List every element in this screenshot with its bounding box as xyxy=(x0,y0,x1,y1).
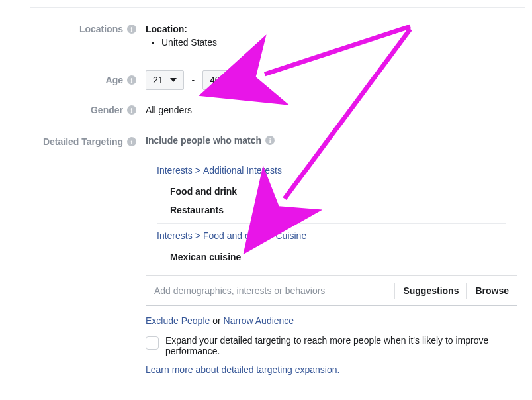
narrow-audience-link[interactable]: Narrow Audience xyxy=(224,315,294,326)
targeting-item[interactable]: Food and drink xyxy=(157,182,506,201)
location-header: Location: xyxy=(146,24,525,34)
info-icon[interactable]: i xyxy=(127,75,136,85)
targeting-input-bar: Suggestions Browse xyxy=(146,275,517,305)
expand-targeting-row: Expand your detailed targeting to reach … xyxy=(146,335,516,356)
gender-content: All genders xyxy=(146,105,525,115)
row-age: Age i 21 - 40 xyxy=(30,70,525,90)
age-min-value: 21 xyxy=(153,75,163,85)
expand-targeting-label: Expand your detailed targeting to reach … xyxy=(165,335,516,356)
crumb-interests[interactable]: Interests xyxy=(157,230,193,241)
browse-button[interactable]: Browse xyxy=(467,276,517,305)
crumb-sep: > xyxy=(267,230,273,241)
include-label: Include people who match xyxy=(146,135,261,146)
info-icon[interactable]: i xyxy=(265,136,275,145)
include-heading: Include people who match i xyxy=(146,135,525,146)
learn-more-link[interactable]: Learn more about detailed targeting expa… xyxy=(146,364,339,375)
divider xyxy=(157,223,506,224)
exclude-people-link[interactable]: Exclude People xyxy=(146,315,210,326)
crumb-interests[interactable]: Interests xyxy=(157,165,193,175)
label-age: Age i xyxy=(30,75,146,85)
locations-content: Location: United States xyxy=(146,24,525,48)
or-text: or xyxy=(210,315,223,326)
location-item: United States xyxy=(161,37,525,48)
detailed-content: Include people who match i Interests>Add… xyxy=(146,135,525,375)
label-age-text: Age xyxy=(106,75,123,85)
row-detailed-targeting: Detailed Targeting i Include people who … xyxy=(30,135,525,375)
info-icon[interactable]: i xyxy=(127,105,136,115)
label-detailed-text: Detailed Targeting xyxy=(43,136,123,147)
breadcrumb: Interests>Food and drink>Cuisine xyxy=(157,230,506,241)
after-panel: Exclude People or Narrow Audience Expand… xyxy=(146,315,516,375)
row-locations: Locations i Location: United States xyxy=(30,24,525,48)
label-locations: Locations i xyxy=(30,24,146,34)
crumb-food-and-drink[interactable]: Food and drink xyxy=(203,230,265,241)
suggestions-button[interactable]: Suggestions xyxy=(395,276,466,305)
age-content: 21 - 40 xyxy=(146,70,525,90)
info-icon[interactable]: i xyxy=(127,137,136,146)
label-gender: Gender i xyxy=(30,105,146,115)
label-detailed: Detailed Targeting i xyxy=(30,135,146,147)
age-min-dropdown[interactable]: 21 xyxy=(146,70,184,90)
gender-value: All genders xyxy=(146,105,192,115)
targeting-panel: Interests>Additional Interests Food and … xyxy=(146,154,517,306)
section-divider xyxy=(30,7,525,8)
targeting-item[interactable]: Restaurants xyxy=(157,201,506,219)
location-list: United States xyxy=(146,37,525,48)
age-max-dropdown[interactable]: 40 xyxy=(202,70,241,90)
row-gender: Gender i All genders xyxy=(30,105,525,115)
age-dash: - xyxy=(191,75,195,85)
crumb-sep: > xyxy=(195,165,200,175)
targeting-panel-body: Interests>Additional Interests Food and … xyxy=(146,154,517,275)
targeting-input[interactable] xyxy=(146,276,394,305)
label-locations-text: Locations xyxy=(79,24,123,34)
info-icon[interactable]: i xyxy=(127,25,136,34)
expand-targeting-checkbox[interactable] xyxy=(146,336,159,350)
caret-down-icon xyxy=(170,78,177,82)
targeting-item[interactable]: Mexican cuisine xyxy=(157,248,506,266)
crumb-additional-interests[interactable]: Additional Interests xyxy=(203,165,282,175)
crumb-sep: > xyxy=(195,230,200,241)
caret-down-icon xyxy=(227,78,234,82)
crumb-cuisine[interactable]: Cuisine xyxy=(275,230,306,241)
age-max-value: 40 xyxy=(210,75,220,85)
label-gender-text: Gender xyxy=(91,105,123,115)
breadcrumb: Interests>Additional Interests xyxy=(157,165,506,175)
